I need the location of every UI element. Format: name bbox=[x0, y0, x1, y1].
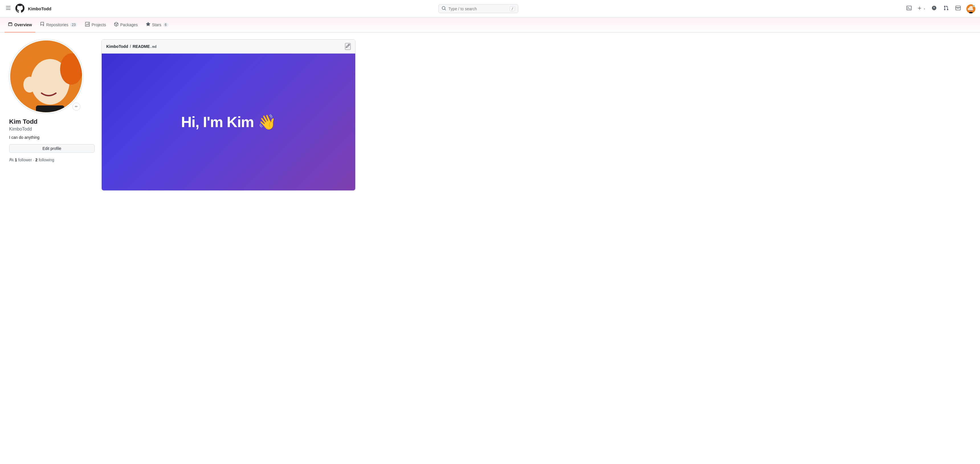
profile-main: KimboTodd / README.md Hi, I'm Kim 👋 bbox=[102, 39, 356, 191]
inbox-button[interactable] bbox=[955, 4, 962, 13]
svg-rect-5 bbox=[969, 12, 973, 13]
timer-button[interactable] bbox=[931, 4, 938, 13]
hamburger-icon bbox=[6, 5, 11, 12]
svg-point-10 bbox=[60, 53, 83, 85]
tab-overview[interactable]: Overview bbox=[5, 18, 35, 32]
tab-packages[interactable]: Packages bbox=[111, 18, 141, 32]
stars-icon bbox=[146, 22, 150, 27]
overview-icon bbox=[8, 22, 13, 27]
followers-line: 1 follower · 2 following bbox=[9, 157, 95, 162]
following-count[interactable]: 2 bbox=[35, 158, 38, 162]
hamburger-menu-button[interactable] bbox=[5, 4, 12, 13]
edit-profile-button[interactable]: Edit profile bbox=[9, 144, 95, 153]
readme-path-separator: / bbox=[130, 44, 131, 49]
timer-icon bbox=[932, 5, 937, 12]
tab-overview-label: Overview bbox=[14, 22, 32, 27]
profile-bio: I can do anything bbox=[9, 135, 95, 140]
site-header: KimboTodd / bbox=[0, 0, 980, 18]
repositories-badge: 23 bbox=[70, 22, 77, 27]
profile-username: KimboTodd bbox=[9, 126, 95, 132]
readme-card: KimboTodd / README.md Hi, I'm Kim 👋 bbox=[102, 39, 356, 191]
profile-sidebar: ✏ Kim Todd KimboTodd I can do anything E… bbox=[9, 39, 95, 191]
tab-packages-label: Packages bbox=[120, 22, 138, 27]
tab-repositories-label: Repositories bbox=[46, 22, 68, 27]
profile-avatar bbox=[9, 39, 83, 113]
search-container: / bbox=[438, 4, 518, 13]
pull-request-icon bbox=[943, 5, 949, 12]
main-content: ✏ Kim Todd KimboTodd I can do anything E… bbox=[0, 32, 365, 198]
readme-content: Hi, I'm Kim 👋 bbox=[102, 54, 355, 190]
followers-label: follower bbox=[18, 158, 32, 162]
readme-path-user[interactable]: KimboTodd bbox=[106, 44, 128, 49]
readme-path-file[interactable]: README bbox=[132, 44, 150, 49]
readme-banner-text: Hi, I'm Kim 👋 bbox=[181, 113, 276, 131]
following-label: following bbox=[39, 158, 54, 162]
svg-point-3 bbox=[968, 8, 969, 10]
profile-nav: Overview Repositories 23 Projects Packag… bbox=[0, 18, 980, 32]
tab-stars-label: Stars bbox=[152, 22, 162, 27]
readme-edit-button[interactable] bbox=[345, 43, 351, 50]
github-logo[interactable] bbox=[15, 4, 24, 14]
search-box[interactable]: / bbox=[438, 4, 518, 13]
add-chevron-icon bbox=[923, 6, 926, 11]
avatar-container: ✏ bbox=[9, 39, 83, 113]
header-left: KimboTodd bbox=[5, 4, 51, 14]
readme-header: KimboTodd / README.md bbox=[102, 40, 355, 54]
tab-stars[interactable]: Stars 6 bbox=[142, 18, 172, 32]
svg-point-9 bbox=[23, 77, 36, 92]
search-input[interactable] bbox=[449, 6, 508, 11]
header-right bbox=[905, 4, 975, 13]
header-username[interactable]: KimboTodd bbox=[28, 6, 51, 11]
pullrequest-button[interactable] bbox=[942, 4, 950, 13]
readme-banner: Hi, I'm Kim 👋 bbox=[102, 54, 355, 190]
avatar-edit-button[interactable]: ✏ bbox=[72, 103, 80, 111]
tab-repositories[interactable]: Repositories 23 bbox=[37, 18, 81, 32]
followers-icon bbox=[9, 157, 14, 162]
stars-badge: 6 bbox=[163, 22, 169, 27]
inbox-icon bbox=[956, 5, 961, 12]
readme-path: KimboTodd / README.md bbox=[106, 44, 157, 49]
plus-icon bbox=[917, 6, 922, 12]
profile-display-name: Kim Todd bbox=[9, 118, 95, 125]
svg-rect-11 bbox=[36, 105, 64, 113]
pencil-icon: ✏ bbox=[75, 105, 78, 108]
tab-projects[interactable]: Projects bbox=[82, 18, 110, 32]
followers-separator: · bbox=[33, 158, 34, 162]
search-icon bbox=[442, 6, 446, 11]
repositories-icon bbox=[40, 22, 45, 27]
add-button[interactable] bbox=[917, 6, 926, 12]
search-shortcut: / bbox=[510, 6, 515, 11]
terminal-icon bbox=[907, 5, 912, 12]
avatar-status-dot bbox=[973, 4, 975, 7]
tab-projects-label: Projects bbox=[91, 22, 106, 27]
user-avatar[interactable] bbox=[966, 4, 975, 13]
readme-path-ext: .md bbox=[150, 45, 156, 49]
terminal-button[interactable] bbox=[905, 4, 913, 13]
followers-count[interactable]: 1 bbox=[15, 158, 17, 162]
packages-icon bbox=[114, 22, 119, 27]
projects-icon bbox=[85, 22, 90, 27]
